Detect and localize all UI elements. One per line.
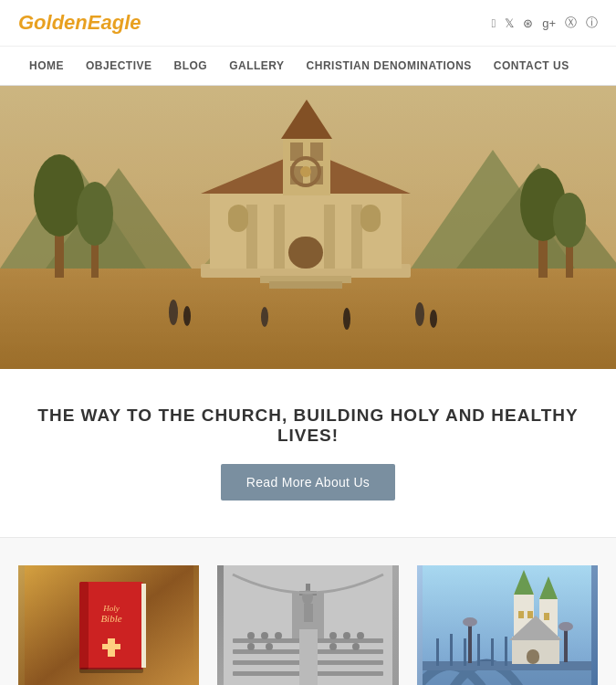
nav-home[interactable]: HOME bbox=[18, 47, 75, 85]
main-nav: HOME OBJECTIVE BLOG GALLERY CHRISTIAN DE… bbox=[0, 47, 616, 86]
svg-rect-85 bbox=[491, 638, 494, 666]
card-know-gods-word: Holy Bible Know God's Word bbox=[18, 565, 199, 685]
bible-svg: Holy Bible bbox=[25, 565, 193, 685]
svg-rect-81 bbox=[436, 638, 439, 666]
pinterest-icon[interactable]: Ⓧ bbox=[565, 15, 577, 31]
cta-title: THE WAY TO THE CHURCH, BUILDING HOLY AND… bbox=[18, 406, 598, 446]
site-header: GoldenEagle  𝕏 ⊛ g+ Ⓧ ⓘ bbox=[0, 0, 616, 47]
svg-rect-97 bbox=[468, 625, 472, 663]
nav-blog[interactable]: BLOG bbox=[163, 47, 219, 85]
svg-rect-78 bbox=[224, 565, 392, 685]
nav-objective[interactable]: OBJECTIVE bbox=[75, 47, 163, 85]
svg-text:Bible: Bible bbox=[100, 613, 121, 624]
svg-rect-101 bbox=[423, 670, 591, 685]
rss-icon[interactable]: ⊛ bbox=[523, 16, 533, 30]
hero-image bbox=[0, 86, 616, 369]
facebook-icon[interactable]:  bbox=[491, 16, 496, 30]
nav-gallery[interactable]: GALLERY bbox=[218, 47, 295, 85]
svg-rect-90 bbox=[527, 611, 533, 618]
svg-rect-46 bbox=[141, 584, 146, 668]
svg-rect-86 bbox=[505, 637, 507, 666]
svg-rect-93 bbox=[544, 613, 549, 620]
card-join-prayer: Join Us In Prayer bbox=[217, 565, 398, 685]
svg-point-42 bbox=[261, 307, 268, 327]
svg-point-39 bbox=[415, 302, 424, 326]
twitter-icon[interactable]: 𝕏 bbox=[505, 16, 514, 30]
nav-christian-denominations[interactable]: CHRISTIAN DENOMINATIONS bbox=[296, 47, 483, 85]
social-icons-bar:  𝕏 ⊛ g+ Ⓧ ⓘ bbox=[491, 15, 598, 31]
worship-svg bbox=[423, 565, 591, 685]
logo-eagle: Eagle bbox=[88, 11, 141, 34]
read-more-button[interactable]: Read More About Us bbox=[221, 464, 395, 501]
cards-section: Holy Bible Know God's Word bbox=[0, 538, 616, 685]
prayer-svg bbox=[224, 565, 392, 685]
svg-rect-36 bbox=[0, 86, 616, 369]
svg-rect-82 bbox=[450, 634, 453, 666]
instagram-icon[interactable]: ⓘ bbox=[586, 15, 598, 31]
svg-rect-50 bbox=[102, 644, 120, 649]
svg-rect-89 bbox=[518, 611, 524, 618]
svg-point-38 bbox=[183, 306, 191, 326]
googleplus-icon[interactable]: g+ bbox=[542, 16, 556, 30]
svg-rect-84 bbox=[477, 634, 480, 666]
hero-scene bbox=[0, 86, 616, 369]
site-logo[interactable]: GoldenEagle bbox=[18, 11, 141, 35]
cta-section: THE WAY TO THE CHURCH, BUILDING HOLY AND… bbox=[0, 369, 616, 538]
svg-point-41 bbox=[343, 308, 350, 330]
logo-golden: Golden bbox=[18, 11, 88, 34]
svg-rect-51 bbox=[79, 668, 143, 673]
card-prayer-image bbox=[217, 565, 398, 685]
svg-point-37 bbox=[169, 300, 178, 325]
svg-text:Holy: Holy bbox=[102, 604, 120, 613]
svg-point-100 bbox=[559, 622, 573, 631]
svg-rect-45 bbox=[79, 582, 89, 669]
card-worship-image bbox=[417, 565, 598, 685]
hero-svg bbox=[0, 86, 616, 369]
card-bible-image: Holy Bible bbox=[18, 565, 199, 685]
card-worship: Online Worship Services bbox=[417, 565, 598, 685]
svg-rect-99 bbox=[564, 629, 568, 662]
svg-point-40 bbox=[430, 310, 437, 328]
svg-rect-96 bbox=[527, 649, 539, 664]
svg-rect-83 bbox=[464, 638, 466, 666]
svg-point-98 bbox=[463, 617, 477, 627]
nav-contact-us[interactable]: CONTACT US bbox=[483, 47, 580, 85]
